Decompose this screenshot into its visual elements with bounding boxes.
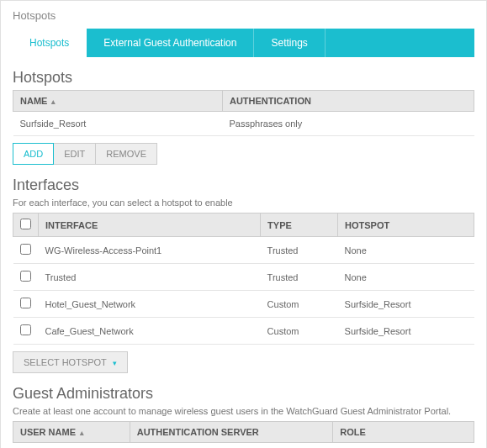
table-row[interactable]: Trusted Trusted None [13, 264, 474, 291]
admin-user: FrontDesk [13, 443, 130, 449]
admins-col-authserver[interactable]: AUTHENTICATION SERVER [130, 422, 332, 443]
hotspot-auth: Passphrases only [222, 112, 474, 136]
add-button[interactable]: ADD [13, 143, 54, 165]
interfaces-col-hotspot[interactable]: HOTSPOT [338, 213, 474, 237]
hotspots-col-name[interactable]: NAME ▴ [13, 91, 223, 112]
table-row[interactable]: WG-Wireless-Access-Point1 Trusted None [13, 237, 474, 264]
edit-button[interactable]: EDIT [54, 143, 96, 165]
admin-authserver: Firebox-DB [130, 443, 332, 449]
row-checkbox[interactable] [20, 244, 31, 255]
chevron-down-icon: ▾ [113, 359, 117, 367]
interface-hotspot: None [338, 237, 474, 264]
interface-type: Custom [261, 318, 338, 345]
interfaces-desc: For each interface, you can select a hot… [13, 198, 474, 208]
tab-bar: Hotspots External Guest Authentication S… [13, 29, 474, 57]
interface-type: Trusted [261, 264, 338, 291]
table-row[interactable]: Hotel_Guest_Network Custom Surfside_Reso… [13, 291, 474, 318]
row-checkbox[interactable] [20, 324, 31, 335]
sort-icon: ▴ [80, 429, 84, 437]
tab-settings[interactable]: Settings [254, 29, 325, 57]
interfaces-table: INTERFACE TYPE HOTSPOT WG-Wireless-Acces… [13, 213, 474, 345]
select-hotspot-label: SELECT HOTSPOT [24, 357, 107, 367]
interface-name: Hotel_Guest_Network [39, 291, 261, 318]
table-row[interactable]: Surfside_Resort Passphrases only [13, 112, 474, 136]
admins-table: USER NAME ▴ AUTHENTICATION SERVER ROLE F… [13, 421, 474, 448]
admins-desc: Create at least one account to manage wi… [13, 406, 474, 416]
row-checkbox[interactable] [20, 298, 31, 308]
table-row[interactable]: Cafe_Guest_Network Custom Surfside_Resor… [13, 318, 474, 345]
row-checkbox[interactable] [20, 271, 31, 282]
col-name-label: NAME [20, 96, 47, 106]
remove-button[interactable]: REMOVE [96, 143, 157, 165]
col-user-label: USER NAME [20, 427, 76, 437]
interface-hotspot: Surfside_Resort [338, 318, 474, 345]
page-title: Hotspots [13, 9, 474, 22]
interfaces-col-type[interactable]: TYPE [261, 213, 338, 237]
interface-name: WG-Wireless-Access-Point1 [39, 237, 261, 264]
admins-col-user[interactable]: USER NAME ▴ [13, 422, 130, 443]
interface-name: Cafe_Guest_Network [39, 318, 261, 345]
interface-type: Custom [261, 291, 338, 318]
hotspots-section-title: Hotspots [13, 69, 474, 87]
hotspots-button-row: ADD EDIT REMOVE [13, 143, 474, 165]
hotspots-table: NAME ▴ AUTHENTICATION Surfside_Resort Pa… [13, 90, 474, 136]
select-all-header [13, 213, 39, 237]
interface-name: Trusted [39, 264, 261, 291]
admins-col-role[interactable]: ROLE [333, 422, 474, 443]
interface-hotspot: None [338, 264, 474, 291]
interfaces-col-interface[interactable]: INTERFACE [39, 213, 261, 237]
hotspot-name: Surfside_Resort [13, 112, 223, 136]
tab-external-auth[interactable]: External Guest Authentication [87, 29, 254, 57]
interface-hotspot: Surfside_Resort [338, 291, 474, 318]
admin-role: Guest Administrator [333, 443, 474, 449]
admins-section-title: Guest Administrators [13, 385, 474, 403]
interfaces-button-row: SELECT HOTSPOT ▾ [13, 351, 474, 373]
select-hotspot-button[interactable]: SELECT HOTSPOT ▾ [13, 351, 128, 373]
hotspots-col-auth[interactable]: AUTHENTICATION [222, 91, 474, 112]
interfaces-section-title: Interfaces [13, 177, 474, 194]
select-all-checkbox[interactable] [20, 219, 31, 229]
tab-hotspots[interactable]: Hotspots [13, 29, 87, 57]
sort-icon: ▴ [51, 98, 56, 106]
interface-type: Trusted [261, 237, 338, 264]
table-row[interactable]: FrontDesk Firebox-DB Guest Administrator [13, 443, 474, 449]
